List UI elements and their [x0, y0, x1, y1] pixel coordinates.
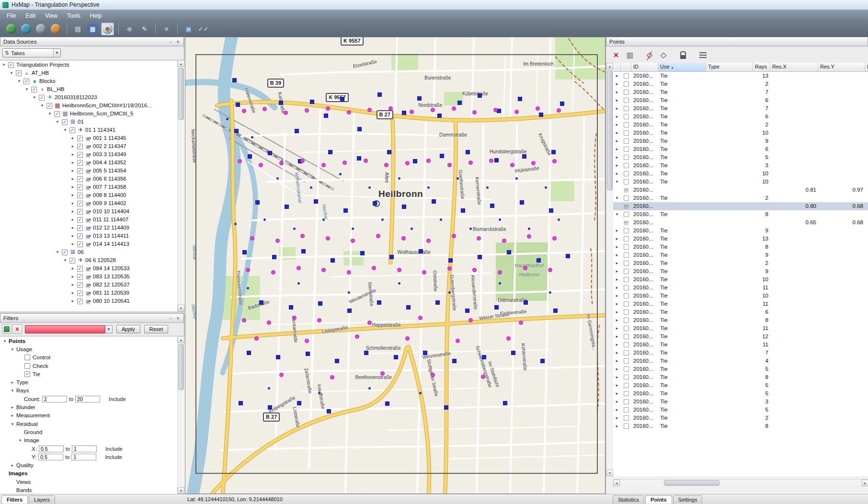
tree-expander-icon[interactable]: ▸ — [70, 281, 76, 289]
row-checkbox[interactable] — [621, 72, 631, 80]
row-expander-icon[interactable]: ▸ — [613, 292, 621, 300]
range-from-input[interactable] — [38, 454, 63, 460]
tree-expander-icon[interactable]: ▾ — [17, 438, 23, 443]
tree-checkbox[interactable] — [77, 176, 83, 182]
row-checkbox[interactable] — [621, 324, 631, 332]
filter-item[interactable]: ▸Type — [0, 378, 184, 386]
scrollbar-thumb[interactable] — [664, 480, 720, 486]
tab-layers[interactable]: Layers — [29, 495, 55, 504]
tree-expander-icon[interactable]: ▸ — [70, 232, 76, 240]
points-table-hscrollbar[interactable]: ◄ ► — [613, 479, 868, 486]
scroll-down-icon[interactable]: ▼ — [178, 305, 184, 311]
tree-item[interactable]: ▾20160318112023 — [0, 93, 184, 102]
points-row[interactable]: ▸20160...Tie13 — [613, 72, 868, 80]
row-expander-icon[interactable]: ▸ — [613, 422, 621, 430]
points-row[interactable]: ▸20160...Tie7 — [613, 88, 868, 96]
tree-expander-icon[interactable]: ▸ — [70, 159, 76, 167]
row-expander-icon[interactable]: ▸ — [613, 414, 621, 422]
row-checkbox[interactable] — [621, 316, 631, 324]
points-sub-row[interactable]: 20160...0.650.68 — [613, 218, 868, 227]
row-checkbox[interactable] — [621, 292, 631, 300]
row-checkbox[interactable] — [621, 414, 631, 422]
filter-item[interactable]: X:toInclude — [0, 445, 184, 453]
filters-tree[interactable]: ▾Points▾UsageControlCheckTie▸Type▾RaysCo… — [0, 336, 184, 494]
tree-checkbox[interactable] — [77, 241, 83, 247]
row-checkbox[interactable] — [621, 365, 631, 373]
tree-item[interactable]: ▸003 3 114349 — [0, 150, 184, 159]
lock-icon[interactable] — [677, 49, 689, 61]
tree-expander-icon[interactable]: ▾ — [1, 61, 7, 69]
column-header-type[interactable]: Type — [706, 63, 753, 71]
row-expander-icon[interactable]: ▸ — [613, 398, 621, 406]
measurement-filter-icon[interactable] — [697, 49, 709, 61]
tree-expander-icon[interactable]: ▸ — [70, 240, 76, 248]
menu-bar[interactable]: FileEditViewToolsHelp — [0, 10, 868, 21]
points-row[interactable]: ▾20160...Tie2 — [613, 194, 868, 202]
tree-checkbox[interactable] — [77, 266, 83, 272]
tree-item[interactable]: ▾06 6 120528 — [0, 256, 184, 264]
scroll-right-icon[interactable]: ► — [862, 480, 868, 486]
tree-checkbox[interactable] — [77, 168, 83, 174]
tab-filters[interactable]: Filters — [1, 495, 28, 504]
points-table[interactable]: IDUseTypeRaysRes.XRes.YR ▸20160...Tie13▸… — [613, 63, 868, 476]
tree-checkbox[interactable] — [77, 193, 83, 198]
points-row[interactable]: ▸20160...Tie2 — [613, 259, 868, 267]
tree-checkbox[interactable] — [69, 127, 75, 133]
points-row[interactable]: ▸20160...Tie11 — [613, 324, 868, 332]
row-expander-icon[interactable]: ▸ — [613, 80, 621, 88]
row-expander-icon[interactable]: ▸ — [613, 365, 621, 373]
tree-expander-icon[interactable]: ▸ — [10, 380, 15, 385]
points-sub-row[interactable]: 20160...0.800.68 — [613, 202, 868, 210]
row-expander-icon[interactable]: ▸ — [613, 72, 621, 80]
row-expander-icon[interactable]: ▸ — [613, 96, 621, 104]
points-row[interactable]: ▸20160...Tie2 — [613, 80, 868, 88]
zoom-to-point-icon[interactable]: ⊕ — [123, 23, 136, 35]
points-row[interactable]: ▸20160...Tie5 — [613, 389, 868, 398]
filter-item[interactable]: Count:toInclude — [0, 395, 184, 403]
points-row[interactable]: ▸20160...Tie7 — [613, 349, 868, 357]
tree-checkbox[interactable] — [62, 250, 68, 255]
row-checkbox[interactable] — [621, 137, 631, 145]
tree-checkbox[interactable] — [77, 290, 83, 296]
tree-expander-icon[interactable]: ▸ — [70, 297, 76, 305]
scroll-down-icon[interactable]: ▼ — [606, 470, 613, 476]
row-expander-icon[interactable]: ▸ — [613, 357, 621, 365]
column-header-rays[interactable]: Rays — [753, 63, 770, 71]
row-expander-icon[interactable]: ▸ — [613, 113, 621, 121]
data-table-icon[interactable]: ▤ — [71, 23, 84, 35]
row-checkbox[interactable] — [621, 170, 631, 178]
tree-expander-icon[interactable]: ▾ — [47, 110, 53, 118]
row-expander-icon[interactable]: ▸ — [613, 389, 621, 398]
tree-item[interactable]: ▸084 14 120533 — [0, 264, 184, 273]
tree-item[interactable]: ▸002 2 114347 — [0, 142, 184, 150]
tree-expander-icon[interactable]: ▾ — [62, 256, 68, 264]
row-checkbox[interactable] — [621, 284, 631, 292]
row-checkbox[interactable] — [621, 381, 631, 389]
tab-points[interactable]: Points — [645, 495, 672, 504]
points-row[interactable]: ▸20160...Tie3 — [613, 398, 868, 406]
scroll-up-icon[interactable]: ▲ — [606, 63, 613, 69]
menu-edit[interactable]: Edit — [21, 11, 40, 21]
menu-view[interactable]: View — [40, 11, 62, 21]
tree-expander-icon[interactable]: ▸ — [70, 191, 76, 199]
filter-item[interactable]: Ground — [0, 428, 184, 436]
tree-checkbox[interactable] — [77, 209, 83, 215]
row-checkbox[interactable] — [621, 300, 631, 308]
points-row[interactable]: ▸20160...Tie10 — [613, 292, 868, 300]
tree-expander-icon[interactable]: ▾ — [10, 347, 15, 352]
tree-expander-icon[interactable]: ▸ — [70, 216, 76, 224]
right-panel-tabs[interactable]: StatisticsPointsSettings — [604, 495, 703, 504]
delete-selected-icon[interactable] — [610, 49, 622, 61]
row-checkbox[interactable] — [621, 227, 631, 235]
tree-checkbox[interactable] — [46, 103, 52, 109]
orbit-globe-icon[interactable] — [49, 23, 62, 35]
row-expander-icon[interactable]: ▸ — [613, 406, 621, 414]
filter-checkbox[interactable] — [24, 355, 30, 360]
points-row[interactable]: ▸20160...Tie4 — [613, 357, 868, 365]
filter-item[interactable]: ▾Points — [0, 337, 184, 345]
tree-item[interactable]: ▾Heilbronn5cm_DMCIII##1/18/2016... — [0, 102, 184, 110]
chevron-down-icon[interactable]: ▼ — [53, 49, 60, 57]
accept-measurements-icon[interactable]: ✓✓ — [197, 23, 210, 35]
tree-expander-icon[interactable]: ▾ — [10, 422, 15, 426]
filter-item[interactable]: ▾Residual — [0, 420, 184, 428]
